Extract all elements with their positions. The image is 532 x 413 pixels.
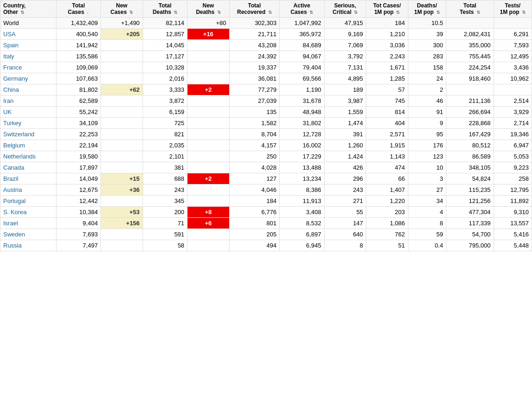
tot-cases-1m-cell: 404 — [366, 118, 408, 129]
col-total-deaths[interactable]: TotalDeaths ⇅ — [143, 0, 188, 18]
total-tests-cell: 54,824 — [446, 173, 494, 184]
total-deaths-cell: 688 — [143, 173, 188, 184]
col-new-cases[interactable]: NewCases ⇅ — [101, 0, 143, 18]
col-country[interactable]: Country,Other ⇅ — [0, 0, 56, 18]
total-deaths-cell: 821 — [143, 129, 188, 140]
country-link[interactable]: Switzerland — [3, 131, 34, 138]
active-cases-cell: 6,897 — [280, 229, 325, 240]
active-cases-cell: 79,404 — [280, 62, 325, 73]
total-recovered-cell: 6,776 — [229, 207, 280, 218]
col-total-tests[interactable]: TotalTests ⇅ — [446, 0, 494, 18]
country-cell: Netherlands — [0, 151, 56, 162]
country-link[interactable]: UK — [3, 108, 12, 115]
country-link[interactable]: Belgium — [3, 142, 25, 149]
total-cases-cell: 107,663 — [56, 73, 101, 84]
active-cases-cell: 48,948 — [280, 107, 325, 118]
new-cases-cell — [101, 95, 143, 107]
country-cell: Russia — [0, 240, 56, 251]
country-link[interactable]: France — [3, 64, 22, 71]
country-link[interactable]: Brazil — [3, 175, 19, 182]
new-cases-cell — [101, 118, 143, 129]
col-serious-critical[interactable]: Serious,Critical ⇅ — [324, 0, 366, 18]
country-link[interactable]: Italy — [3, 53, 14, 60]
col-tests-1m[interactable]: Tests/1M pop ⇅ — [494, 0, 532, 18]
country-link[interactable]: Austria — [3, 186, 22, 193]
total-tests-cell: 80,512 — [446, 140, 494, 151]
world-total-tests — [446, 18, 494, 29]
total-deaths-cell: 200 — [143, 207, 188, 218]
country-link[interactable]: Iran — [3, 97, 13, 104]
col-deaths-1m[interactable]: Deaths/1M pop ⇅ — [408, 0, 446, 18]
total-recovered-cell: 36,081 — [229, 73, 280, 84]
col-total-cases[interactable]: TotalCases ↓ — [56, 0, 101, 18]
country-cell: Turkey — [0, 118, 56, 129]
total-cases-cell: 14,049 — [56, 173, 101, 184]
total-deaths-cell: 6,159 — [143, 107, 188, 118]
new-cases-cell — [101, 162, 143, 173]
total-cases-cell: 400,540 — [56, 29, 101, 40]
country-link[interactable]: Netherlands — [3, 153, 36, 160]
total-recovered-cell: 250 — [229, 151, 280, 162]
total-deaths-cell: 17,127 — [143, 51, 188, 62]
serious-critical-cell: 296 — [324, 173, 366, 184]
total-recovered-cell: 135 — [229, 107, 280, 118]
tests-1m-cell: 10,962 — [494, 73, 532, 84]
country-link[interactable]: S. Korea — [3, 209, 27, 216]
country-link[interactable]: Russia — [3, 242, 22, 249]
tests-1m-cell: 13,557 — [494, 218, 532, 229]
country-link[interactable]: Turkey — [3, 120, 21, 127]
new-deaths-cell — [188, 184, 229, 196]
col-new-deaths[interactable]: NewDeaths ⇅ — [188, 0, 229, 18]
total-cases-cell: 22,253 — [56, 129, 101, 140]
total-deaths-cell: 725 — [143, 118, 188, 129]
total-recovered-cell: 494 — [229, 240, 280, 251]
tot-cases-1m-cell: 3,036 — [366, 40, 408, 51]
total-deaths-cell: 3,333 — [143, 84, 188, 95]
country-link[interactable]: USA — [3, 31, 16, 38]
country-link[interactable]: Canada — [3, 164, 25, 171]
table-row: France 109,069 10,328 19,337 79,404 7,13… — [0, 62, 532, 73]
new-deaths-cell — [188, 107, 229, 118]
serious-critical-cell: 3,792 — [324, 51, 366, 62]
country-link[interactable]: Spain — [3, 42, 19, 49]
country-link[interactable]: China — [3, 86, 19, 93]
tests-1m-cell: 12,795 — [494, 184, 532, 196]
active-cases-cell: 16,002 — [280, 140, 325, 151]
new-cases-cell: +15 — [101, 173, 143, 184]
col-total-recovered[interactable]: TotalRecovered ⇅ — [229, 0, 280, 18]
active-cases-cell: 6,945 — [280, 240, 325, 251]
country-link[interactable]: Germany — [3, 75, 28, 82]
table-row: S. Korea 10,384 +53 200 +8 6,776 3,408 5… — [0, 207, 532, 218]
country-cell: China — [0, 84, 56, 95]
new-cases-cell — [101, 40, 143, 51]
new-deaths-cell: +8 — [188, 207, 229, 218]
total-recovered-cell: 77,279 — [229, 84, 280, 95]
tot-cases-1m-cell: 745 — [366, 95, 408, 107]
col-active-cases[interactable]: ActiveCases ⇅ — [280, 0, 325, 18]
new-deaths-cell: +2 — [188, 84, 229, 95]
active-cases-cell: 31,802 — [280, 118, 325, 129]
serious-critical-cell: 1,424 — [324, 151, 366, 162]
tot-cases-1m-cell: 1,210 — [366, 29, 408, 40]
tests-1m-cell: 2,514 — [494, 95, 532, 107]
total-deaths-cell: 2,101 — [143, 151, 188, 162]
total-tests-cell: 167,429 — [446, 129, 494, 140]
table-row: Russia 7,497 58 494 6,945 8 51 0.4 795,0… — [0, 240, 532, 251]
country-link[interactable]: Portugal — [3, 197, 25, 204]
table-row: Brazil 14,049 +15 688 +2 127 13,234 296 … — [0, 173, 532, 184]
country-link[interactable]: Sweden — [3, 231, 25, 238]
new-deaths-cell — [188, 240, 229, 251]
total-recovered-cell: 43,208 — [229, 40, 280, 51]
col-tot-cases-1m[interactable]: Tot Cases/1M pop ⇅ — [366, 0, 408, 18]
country-cell: Sweden — [0, 229, 56, 240]
serious-critical-cell: 1,260 — [324, 140, 366, 151]
tests-1m-cell: 5,053 — [494, 151, 532, 162]
total-recovered-cell: 205 — [229, 229, 280, 240]
covid-table: Country,Other ⇅ TotalCases ↓ NewCases ⇅ … — [0, 0, 532, 251]
tests-1m-cell: 19,346 — [494, 129, 532, 140]
tot-cases-1m-cell: 814 — [366, 107, 408, 118]
country-link[interactable]: Israel — [3, 220, 18, 227]
country-cell: Portugal — [0, 196, 56, 207]
tests-1m-cell: 7,593 — [494, 40, 532, 51]
total-deaths-cell: 58 — [143, 240, 188, 251]
